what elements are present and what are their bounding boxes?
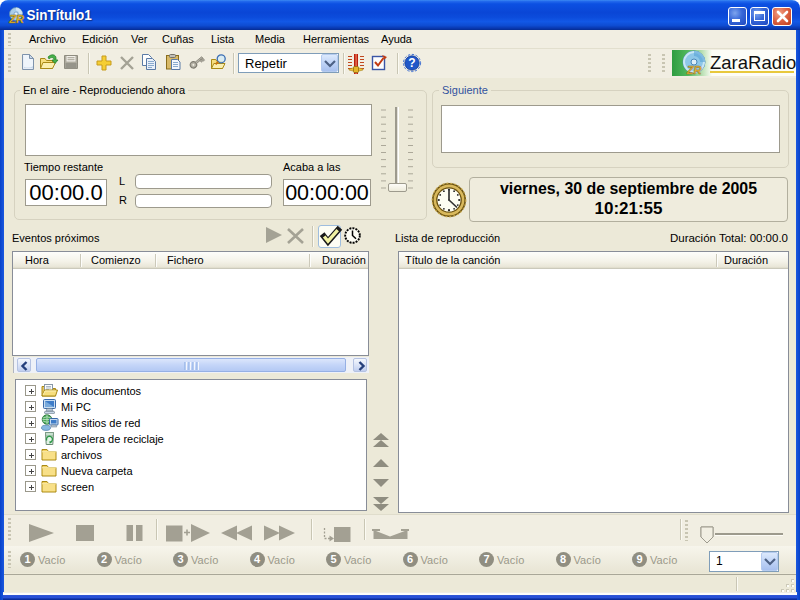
- svg-text:ZR: ZR: [8, 13, 24, 25]
- svg-text:?: ?: [408, 56, 415, 70]
- svg-text:ZR: ZR: [686, 64, 702, 76]
